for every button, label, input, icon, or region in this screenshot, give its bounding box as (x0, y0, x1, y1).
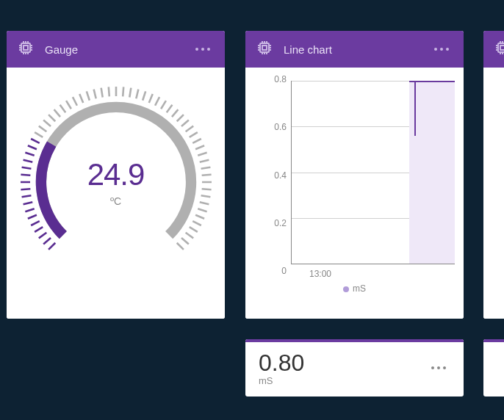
svg-line-53 (171, 109, 177, 117)
svg-line-35 (54, 109, 60, 117)
svg-line-19 (27, 215, 36, 219)
svg-rect-0 (21, 43, 30, 52)
svg-line-30 (31, 139, 40, 143)
svg-line-63 (201, 175, 211, 175)
y-tick-label: 0.2 (274, 218, 287, 228)
svg-line-62 (201, 167, 210, 169)
svg-line-48 (143, 91, 145, 100)
svg-line-22 (21, 195, 31, 197)
svg-line-61 (199, 160, 209, 162)
svg-rect-76 (262, 46, 267, 50)
partial-value-widget (483, 339, 504, 397)
gauge-center: 24.9 ºC (87, 157, 145, 207)
partial-body (483, 68, 504, 319)
svg-line-40 (86, 91, 89, 100)
svg-line-38 (72, 97, 76, 106)
line-chart-body: 0.80.60.40.20 13:00 mS (245, 68, 464, 319)
svg-line-66 (201, 195, 210, 197)
x-tick-label: 13:00 (309, 269, 331, 279)
value-body: 0.80 mS (245, 342, 464, 394)
legend-label: mS (353, 283, 366, 294)
svg-rect-1 (24, 46, 28, 50)
svg-line-67 (199, 202, 209, 204)
svg-line-49 (148, 94, 152, 103)
svg-line-72 (185, 233, 193, 239)
svg-line-59 (195, 145, 204, 149)
svg-line-43 (108, 87, 109, 96)
svg-line-69 (195, 215, 204, 219)
chart-data-spike (414, 81, 416, 136)
line-chart-widget: Line chart 0.80.60.40.20 13:00 mS (245, 31, 464, 319)
chart-plot (291, 81, 455, 264)
svg-line-27 (23, 160, 32, 162)
svg-line-32 (38, 126, 46, 132)
svg-line-42 (101, 88, 102, 98)
svg-line-51 (161, 101, 166, 109)
svg-line-73 (181, 238, 188, 244)
svg-line-70 (192, 221, 201, 225)
svg-line-58 (192, 139, 201, 143)
legend: mS (245, 283, 464, 294)
svg-line-41 (93, 90, 96, 99)
svg-line-46 (129, 88, 131, 98)
line-chart-header-left: Line chart (256, 39, 332, 59)
svg-line-37 (66, 101, 71, 109)
svg-line-47 (136, 90, 138, 99)
svg-line-18 (31, 221, 40, 225)
more-icon[interactable] (427, 362, 450, 374)
gauge-unit: ºC (87, 195, 145, 207)
gauge-header: Gauge (7, 31, 225, 68)
y-tick-label: 0.4 (274, 170, 287, 181)
svg-line-15 (43, 238, 51, 244)
svg-line-20 (25, 209, 34, 211)
more-icon[interactable] (191, 43, 215, 55)
value-widget: 0.80 mS (245, 339, 464, 397)
svg-line-68 (198, 209, 206, 211)
svg-line-31 (35, 132, 43, 137)
svg-line-56 (185, 126, 193, 132)
value-unit: mS (259, 375, 304, 386)
gauge-value: 24.9 (87, 157, 145, 192)
partial-header (483, 31, 504, 68)
value-number: 0.80 (259, 350, 304, 377)
svg-line-36 (60, 105, 65, 113)
legend-dot-icon (343, 286, 349, 292)
gauge-body: 24.9 ºC (7, 68, 225, 319)
svg-line-52 (166, 105, 172, 113)
cpu-icon (256, 39, 273, 59)
partial-widget (483, 31, 504, 319)
svg-line-29 (27, 145, 36, 149)
svg-line-39 (79, 94, 83, 103)
gauge-header-left: Gauge (17, 39, 78, 59)
more-icon[interactable] (430, 43, 453, 55)
svg-line-21 (23, 202, 32, 204)
cpu-icon (494, 39, 504, 59)
svg-line-26 (21, 167, 31, 169)
svg-line-17 (35, 227, 43, 232)
svg-line-74 (176, 243, 183, 250)
gauge-widget: Gauge 24.9 ºC (7, 31, 225, 319)
line-chart-title: Line chart (284, 43, 332, 56)
line-chart-header: Line chart (245, 31, 464, 68)
gauge-visual: 24.9 ºC (21, 87, 212, 278)
svg-line-54 (176, 115, 183, 121)
svg-line-23 (21, 189, 30, 189)
svg-rect-75 (260, 43, 269, 52)
svg-line-60 (198, 153, 206, 156)
svg-line-16 (38, 233, 46, 239)
y-axis: 0.80.60.40.20 (254, 74, 291, 276)
svg-line-14 (48, 243, 55, 250)
chart-data-fill (409, 81, 455, 264)
cpu-icon (17, 39, 35, 59)
y-tick-label: 0 (281, 266, 287, 276)
y-tick-label: 0.6 (274, 122, 287, 132)
svg-line-50 (155, 97, 159, 106)
svg-line-65 (201, 189, 211, 189)
svg-line-28 (25, 153, 34, 156)
value-text: 0.80 mS (259, 350, 304, 386)
svg-line-55 (181, 120, 188, 126)
y-tick-label: 0.8 (274, 74, 287, 84)
partial-value-body (483, 342, 504, 357)
gauge-title: Gauge (45, 43, 78, 56)
svg-line-34 (48, 115, 55, 121)
